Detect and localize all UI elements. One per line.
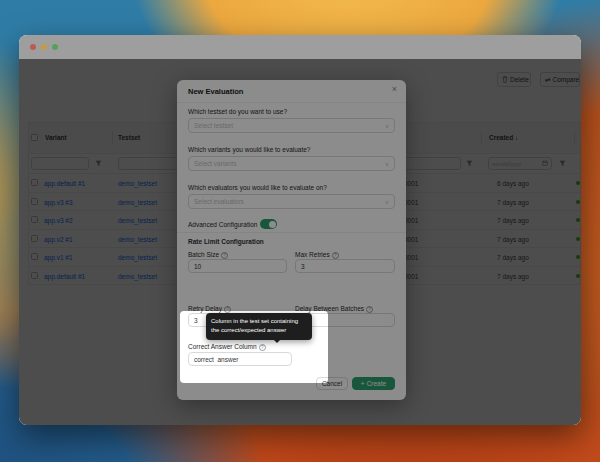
correct-answer-column-input[interactable] bbox=[188, 352, 292, 366]
divider bbox=[177, 102, 406, 103]
testset-question-label: Which testset do you want to use? bbox=[188, 108, 287, 115]
window-content: Delete ⇄ Compare Variant Testset Created… bbox=[19, 59, 581, 425]
new-evaluation-modal: New Evaluation × Which testset do you wa… bbox=[177, 80, 406, 400]
app-window: Delete ⇄ Compare Variant Testset Created… bbox=[19, 35, 581, 425]
testset-select[interactable]: Select testset ∨ bbox=[188, 118, 395, 133]
question-circle-icon[interactable]: ? bbox=[259, 344, 266, 351]
create-button-label: Create bbox=[367, 380, 387, 387]
cancel-button[interactable]: Cancel bbox=[316, 377, 348, 390]
chevron-down-icon: ∨ bbox=[385, 123, 389, 129]
create-button[interactable]: + Create bbox=[352, 377, 395, 390]
question-circle-icon[interactable]: ? bbox=[366, 306, 373, 313]
evaluators-question-label: Which evaluators you would like to evalu… bbox=[188, 184, 327, 191]
zoom-traffic-light-icon[interactable] bbox=[52, 44, 58, 50]
max-retries-label: Max Retries? bbox=[295, 251, 339, 259]
question-circle-icon[interactable]: ? bbox=[332, 252, 339, 259]
evaluators-select-placeholder: Select evaluators bbox=[194, 198, 244, 205]
minimize-traffic-light-icon[interactable] bbox=[41, 44, 47, 50]
batch-size-input[interactable] bbox=[188, 259, 287, 273]
close-traffic-light-icon[interactable] bbox=[30, 44, 36, 50]
toggle-knob bbox=[269, 221, 276, 228]
question-circle-icon[interactable]: ? bbox=[221, 252, 228, 259]
question-circle-icon[interactable]: ? bbox=[224, 306, 231, 313]
max-retries-input[interactable] bbox=[295, 259, 395, 273]
retry-delay-label: Retry Delay? bbox=[188, 305, 231, 313]
chevron-down-icon: ∨ bbox=[385, 199, 389, 205]
divider bbox=[177, 232, 406, 233]
plus-icon: + bbox=[361, 380, 365, 387]
advanced-configuration-label: Advanced Configuration bbox=[188, 221, 257, 228]
modal-title: New Evaluation bbox=[188, 87, 243, 96]
desktop-wallpaper: Delete ⇄ Compare Variant Testset Created… bbox=[0, 0, 600, 462]
variants-select[interactable]: Select variants ∨ bbox=[188, 156, 395, 171]
correct-answer-tooltip: Column in the test set containing the co… bbox=[206, 313, 312, 340]
correct-answer-column-label: Correct Answer Column? bbox=[188, 343, 266, 351]
evaluators-select[interactable]: Select evaluators ∨ bbox=[188, 194, 395, 209]
rate-limit-section-title: Rate Limit Configuration bbox=[188, 238, 264, 245]
advanced-configuration-toggle[interactable] bbox=[260, 219, 277, 229]
chevron-down-icon: ∨ bbox=[385, 161, 389, 167]
window-titlebar[interactable] bbox=[19, 35, 581, 59]
testset-select-placeholder: Select testset bbox=[194, 122, 233, 129]
close-icon[interactable]: × bbox=[392, 85, 397, 94]
delay-between-batches-label: Delay Between Batches? bbox=[295, 305, 373, 313]
variants-select-placeholder: Select variants bbox=[194, 160, 237, 167]
variants-question-label: Which variants you would like to evaluat… bbox=[188, 146, 310, 153]
batch-size-label: Batch Size? bbox=[188, 251, 228, 259]
